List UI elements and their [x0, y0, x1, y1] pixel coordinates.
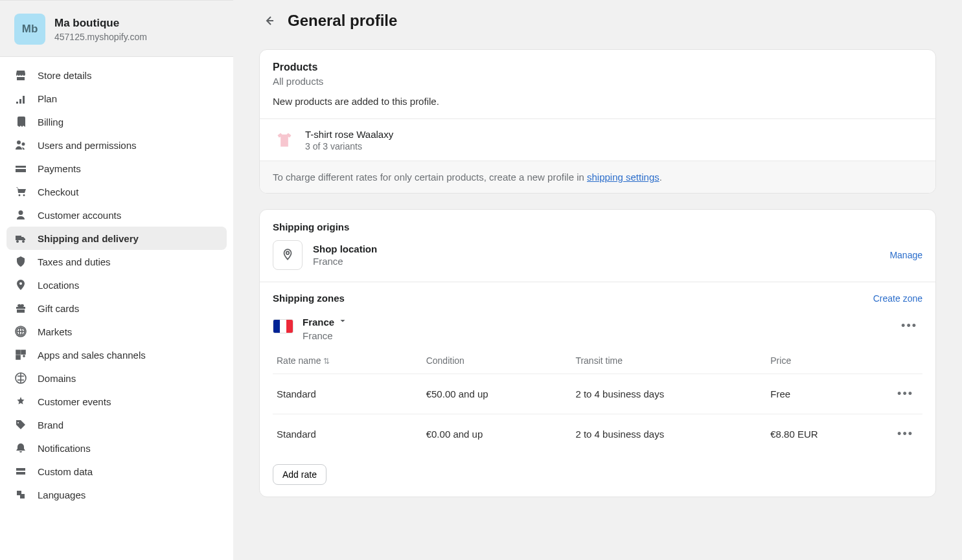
nav-apps[interactable]: Apps and sales channels [6, 343, 227, 366]
zone-name: France [303, 317, 334, 328]
nav-label: Customer accounts [38, 210, 121, 221]
nav-customer-events[interactable]: Customer events [6, 390, 227, 413]
shipping-icon [14, 232, 27, 245]
shipping-card: Shipping origins Shop location France Ma… [259, 209, 936, 497]
payments-icon [14, 162, 27, 175]
nav-domains[interactable]: Domains [6, 366, 227, 390]
zones-header: Shipping zones Create zone [260, 282, 935, 313]
add-rate-button[interactable]: Add rate [273, 464, 326, 485]
nav-label: Custom data [38, 466, 93, 477]
brand-icon [14, 418, 27, 431]
nav-label: Customer events [38, 396, 111, 407]
rate-transit: 2 to 4 business days [571, 414, 766, 454]
location-badge [273, 240, 303, 270]
products-subtitle: All products [273, 76, 922, 87]
footer-text: To charge different rates for only certa… [273, 172, 587, 183]
rate-price: €8.80 EUR [766, 414, 877, 454]
rate-more-button[interactable]: ••• [892, 385, 919, 403]
person-icon [14, 208, 27, 221]
nav-label: Languages [38, 489, 86, 500]
rate-price: Free [766, 374, 877, 414]
nav-label: Billing [38, 117, 63, 128]
manage-link[interactable]: Manage [889, 250, 922, 260]
nav-brand[interactable]: Brand [6, 413, 227, 436]
rate-condition: €50.00 and up [422, 374, 572, 414]
footer-suffix: . [659, 172, 662, 183]
nav-payments[interactable]: Payments [6, 157, 227, 180]
settings-sidebar: Mb Ma boutique 457125.myshopify.com Stor… [0, 0, 233, 560]
users-icon [14, 139, 27, 151]
shop-domain: 457125.myshopify.com [54, 32, 147, 42]
page-header: General profile [259, 12, 936, 30]
col-rate[interactable]: Rate name⇅ [273, 348, 422, 374]
col-condition[interactable]: Condition [422, 348, 572, 374]
tshirt-icon [275, 131, 293, 149]
domains-icon [14, 372, 27, 385]
page-title: General profile [288, 12, 397, 30]
nav-locations[interactable]: Locations [6, 273, 227, 297]
language-icon [14, 488, 27, 501]
nav-custom-data[interactable]: Custom data [6, 460, 227, 483]
create-zone-link[interactable]: Create zone [873, 293, 922, 304]
sort-icon: ⇅ [323, 357, 330, 366]
product-thumb [273, 128, 296, 151]
products-footer: To charge different rates for only certa… [260, 161, 935, 193]
apps-icon [14, 348, 27, 361]
nav-label: Markets [38, 326, 72, 337]
globe-icon [14, 325, 27, 338]
shop-header[interactable]: Mb Ma boutique 457125.myshopify.com [0, 1, 233, 57]
product-name: T-shirt rose Waalaxy [305, 129, 393, 140]
nav-taxes[interactable]: Taxes and duties [6, 250, 227, 273]
col-transit[interactable]: Transit time [571, 348, 766, 374]
origin-name: Shop location [313, 243, 377, 254]
rates-table: Rate name⇅ Condition Transit time Price … [260, 348, 935, 458]
nav-label: Plan [38, 93, 57, 104]
svg-point-0 [286, 252, 289, 254]
nav-label: Gift cards [38, 303, 79, 314]
origin-sub: France [313, 256, 377, 267]
back-button[interactable] [260, 12, 279, 30]
events-icon [14, 395, 27, 408]
nav-checkout[interactable]: Checkout [6, 180, 227, 203]
products-description: New products are added to this profile. [273, 96, 922, 107]
nav-label: Brand [38, 420, 63, 431]
nav-label: Taxes and duties [38, 256, 111, 267]
rate-name: Standard [273, 374, 422, 414]
nav-markets[interactable]: Markets [6, 320, 227, 343]
nav-gift-cards[interactable]: Gift cards [6, 297, 227, 320]
zones-title: Shipping zones [273, 293, 345, 304]
location-icon [14, 278, 27, 291]
nav-notifications[interactable]: Notifications [6, 436, 227, 460]
rate-name: Standard [273, 414, 422, 454]
shop-badge: Mb [14, 14, 45, 45]
rate-more-button[interactable]: ••• [892, 425, 919, 443]
rate-row: Standard €50.00 and up 2 to 4 business d… [273, 374, 922, 414]
rate-transit: 2 to 4 business days [571, 374, 766, 414]
nav-billing[interactable]: Billing [6, 110, 227, 133]
zone-more-button[interactable]: ••• [896, 317, 922, 335]
gift-icon [14, 302, 27, 315]
nav-customer-accounts[interactable]: Customer accounts [6, 203, 227, 227]
col-price[interactable]: Price [766, 348, 877, 374]
nav-plan[interactable]: Plan [6, 87, 227, 110]
nav-shipping[interactable]: Shipping and delivery [6, 227, 227, 250]
origins-heading: Shipping origins [260, 210, 935, 240]
nav-label: Users and permissions [38, 140, 137, 151]
nav-store-details[interactable]: Store details [6, 63, 227, 87]
nav-label: Locations [38, 280, 79, 291]
zone-name-toggle[interactable]: France [303, 317, 347, 328]
taxes-icon [14, 255, 27, 268]
nav-users[interactable]: Users and permissions [6, 133, 227, 157]
product-variants: 3 of 3 variants [305, 141, 393, 151]
main-content: General profile Products All products Ne… [233, 0, 962, 560]
nav-languages[interactable]: Languages [6, 483, 227, 506]
pin-icon [281, 248, 295, 262]
product-row[interactable]: T-shirt rose Waalaxy 3 of 3 variants [260, 118, 935, 161]
shop-name: Ma boutique [54, 17, 147, 30]
zone-sub: France [303, 330, 347, 341]
nav-label: Apps and sales channels [38, 350, 146, 361]
checkout-icon [14, 185, 27, 198]
shipping-settings-link[interactable]: shipping settings [587, 172, 659, 183]
origin-row: Shop location France Manage [260, 240, 935, 282]
nav-label: Checkout [38, 186, 78, 197]
